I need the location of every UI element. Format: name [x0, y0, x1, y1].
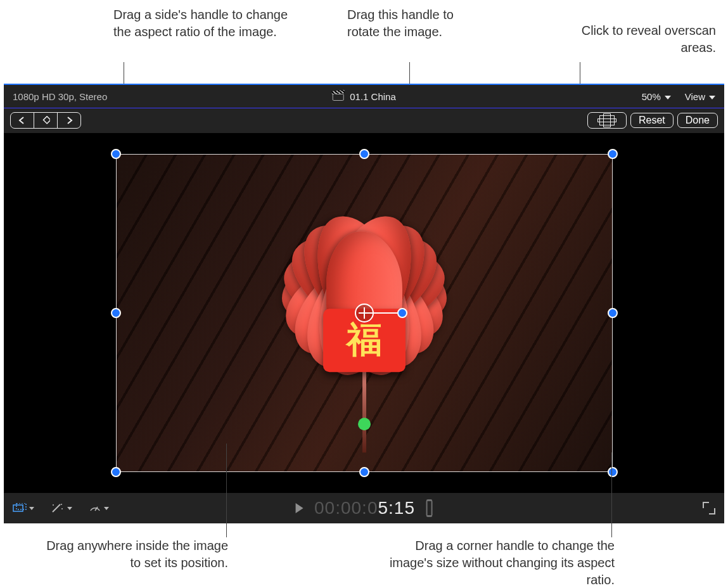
side-handle-left[interactable]: [111, 308, 121, 318]
sequence-format-label: 1080p HD 30p, Stereo: [13, 91, 107, 102]
reset-button[interactable]: Reset: [630, 113, 674, 128]
callout-overscan: Click to reveal overscan areas.: [570, 22, 716, 56]
add-keyframe-button[interactable]: [34, 113, 58, 128]
chevron-down-icon: [709, 96, 715, 99]
speedometer-icon: [89, 502, 101, 514]
timecode-dim: 00:00:0: [314, 498, 378, 518]
enhance-menu[interactable]: [51, 502, 72, 514]
viewer-bottombar: 00:00:05:15: [4, 493, 724, 523]
transform-bounding-box[interactable]: 福: [116, 154, 613, 472]
viewer-topbar: 1080p HD 30p, Stereo 01.1 China 50% View: [4, 85, 724, 108]
view-menu[interactable]: View: [685, 91, 715, 102]
timecode-lit: 5:15: [378, 498, 415, 518]
loop-playback-button[interactable]: [426, 499, 433, 517]
viewer-canvas-area: 福: [4, 133, 724, 493]
next-keyframe-button[interactable]: [58, 113, 80, 128]
view-label: View: [685, 91, 705, 102]
chevron-down-icon: [67, 507, 72, 510]
clip-name-text: 01.1 China: [350, 91, 396, 102]
chevron-down-icon: [665, 96, 671, 99]
svg-point-3: [61, 504, 62, 505]
wand-icon: [51, 502, 65, 514]
callout-side-handle: Drag a side's handle to change the aspec…: [113, 6, 297, 41]
zoom-menu[interactable]: 50%: [642, 91, 671, 102]
rotation-arm: [364, 312, 402, 314]
corner-handle-bl[interactable]: [111, 467, 121, 477]
corner-handle-tl[interactable]: [111, 149, 121, 159]
callout-drag-inside: Drag anywhere inside the image to set it…: [41, 537, 228, 572]
callout-corner-handle: Drag a corner handle to change the image…: [380, 537, 615, 588]
transform-tool-menu[interactable]: [13, 503, 34, 513]
keyframe-nav-group: [10, 112, 81, 129]
viewer-window: 1080p HD 30p, Stereo 01.1 China 50% View: [4, 84, 724, 523]
timecode-display[interactable]: 00:00:05:15: [314, 498, 415, 518]
clip-name: 01.1 China: [332, 91, 396, 102]
prev-keyframe-button[interactable]: [11, 113, 34, 128]
play-button[interactable]: [295, 503, 303, 513]
svg-point-4: [53, 504, 54, 506]
side-handle-bottom[interactable]: [359, 467, 369, 477]
fullscreen-button[interactable]: [703, 502, 715, 514]
transform-toolbar: Reset Done: [4, 108, 724, 132]
rotation-handle[interactable]: [397, 308, 407, 318]
chevron-down-icon: [104, 507, 109, 510]
done-button[interactable]: Done: [677, 113, 718, 128]
chevron-down-icon: [29, 507, 34, 510]
retime-menu[interactable]: [89, 502, 109, 514]
svg-rect-1: [13, 505, 23, 511]
corner-handle-br[interactable]: [608, 467, 618, 477]
side-handle-top[interactable]: [359, 149, 369, 159]
svg-rect-2: [16, 503, 26, 509]
overscan-icon: [599, 115, 615, 125]
overscan-toggle-button[interactable]: [587, 112, 627, 129]
svg-point-5: [61, 508, 63, 509]
svg-rect-0: [43, 117, 50, 124]
zoom-value: 50%: [642, 91, 661, 102]
callout-rotate-handle: Drag this handle to rotate the image.: [347, 6, 480, 41]
clapboard-icon: [332, 92, 343, 101]
transform-icon: [13, 503, 27, 513]
side-handle-right[interactable]: [608, 308, 618, 318]
corner-handle-tr[interactable]: [608, 149, 618, 159]
